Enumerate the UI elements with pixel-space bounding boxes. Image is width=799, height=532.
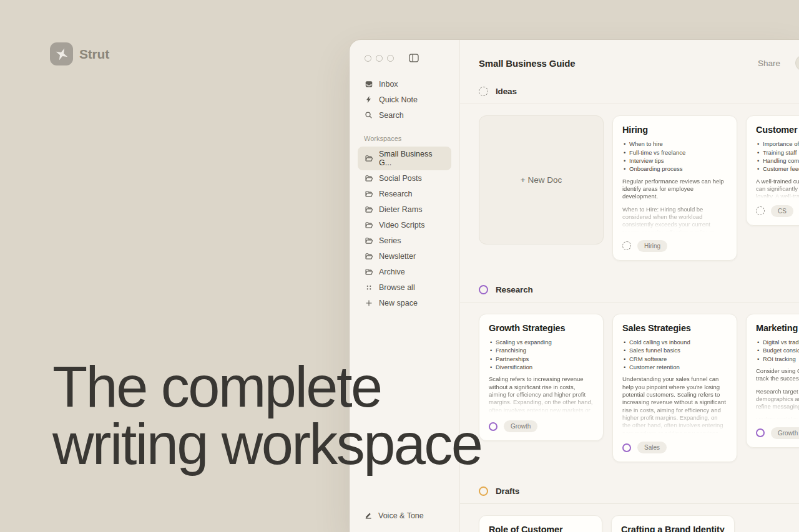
sidebar-item-voice-tone[interactable]: Voice & Tone xyxy=(358,508,451,523)
workspace-item-dieter-rams[interactable]: Dieter Rams xyxy=(358,201,451,217)
sidebar-item-label: Search xyxy=(379,111,404,120)
card-bullet: Customer retention xyxy=(622,363,727,371)
card-paragraph: Consider using Google Analytics to track… xyxy=(756,367,799,383)
main-area: Small Business Guide Share Ideas+ New Do… xyxy=(460,40,799,532)
dashed-circle-icon xyxy=(622,241,631,250)
card-title: Crafting a Brand Identity xyxy=(621,524,725,532)
folder-icon xyxy=(364,154,373,163)
folder-icon xyxy=(364,173,373,183)
tag-pill[interactable]: Growth xyxy=(771,427,799,439)
new-doc-button[interactable]: + New Doc xyxy=(479,115,604,244)
card-paragraph: Regular performance reviews can help ide… xyxy=(622,178,727,201)
sidebar-item-label: Quick Note xyxy=(379,95,418,104)
card-bullet: Importance of CS xyxy=(756,140,799,148)
circle-icon xyxy=(479,285,488,294)
tag-pill[interactable]: CS xyxy=(771,205,793,217)
brand-lockup: Strut xyxy=(50,42,109,65)
workspace-item-label: Video Scripts xyxy=(379,221,424,230)
search-icon xyxy=(364,110,373,120)
window-control-zoom[interactable] xyxy=(387,55,394,62)
section-drafts: DraftsRole of Customer Service in Custom… xyxy=(460,481,799,532)
section-header-research[interactable]: Research xyxy=(460,279,799,302)
card-title: Role of Customer Service in Customer Ret… xyxy=(489,524,592,532)
workspace-item-label: Research xyxy=(379,190,413,198)
sidebar-action-new-space[interactable]: New space xyxy=(358,295,451,311)
sidebar-item-quick-note[interactable]: Quick Note xyxy=(358,92,451,107)
sidebar-action-browse-all[interactable]: Browse all xyxy=(358,279,451,295)
inbox-icon xyxy=(364,79,373,89)
card-bullet: Interview tips xyxy=(622,157,727,165)
folder-icon xyxy=(364,236,373,245)
card-bullet-list: Importance of CSTraining staffHandling c… xyxy=(756,140,799,173)
section-ideas: Ideas+ New DocHiringWhen to hireFull-tim… xyxy=(460,81,799,279)
card-bullet: Sales funnel basics xyxy=(622,346,727,354)
workspace-item-social-posts[interactable]: Social Posts xyxy=(358,170,451,186)
card-bullet: Scaling vs expanding xyxy=(489,338,594,346)
hero-line-2: writing workspace xyxy=(52,415,481,473)
sections: Ideas+ New DocHiringWhen to hireFull-tim… xyxy=(460,81,799,532)
workspace-item-research[interactable]: Research xyxy=(358,186,451,201)
card-bullet: Diversification xyxy=(489,363,594,371)
card-title: Customer Service xyxy=(756,124,799,135)
doc-card[interactable]: HiringWhen to hireFull-time vs freelance… xyxy=(612,115,737,261)
doc-card[interactable]: Crafting a Brand IdentityYour brand is t… xyxy=(611,515,735,532)
workspace-item-newsletter[interactable]: Newsletter xyxy=(358,248,451,264)
card-bullet: Onboarding process xyxy=(622,165,727,173)
workspace-item-label: Newsletter xyxy=(379,252,416,261)
card-bullet: Franchising xyxy=(489,346,594,354)
card-title: Growth Strategies xyxy=(489,322,594,334)
card-body-text: Understanding your sales funnel can help… xyxy=(622,375,727,435)
share-button[interactable]: Share xyxy=(758,59,780,68)
window-control-close[interactable] xyxy=(365,55,371,62)
sidebar-item-inbox[interactable]: Inbox xyxy=(358,76,451,92)
doc-card[interactable]: MarketingDigital vs traditionalBudget co… xyxy=(746,314,799,448)
section-name: Research xyxy=(496,285,533,294)
card-title: Marketing xyxy=(756,322,799,334)
page-title: Small Business Guide xyxy=(479,58,576,69)
sidebar-item-search[interactable]: Search xyxy=(358,107,451,123)
doc-card[interactable]: Role of Customer Service in Customer Ret… xyxy=(479,515,602,532)
sidebar-footer-label: Voice & Tone xyxy=(378,511,424,520)
folder-icon xyxy=(364,189,373,198)
card-bullet-list: Scaling vs expandingFranchisingPartnersh… xyxy=(489,338,594,372)
cards-row-drafts: Role of Customer Service in Customer Ret… xyxy=(460,504,799,532)
new-doc-label: + New Doc xyxy=(521,175,562,185)
card-tag-row: Growth xyxy=(756,421,799,439)
sidebar-item-label: Inbox xyxy=(379,80,398,89)
card-bullet: CRM software xyxy=(622,355,727,363)
section-header-drafts[interactable]: Drafts xyxy=(460,481,799,504)
tag-pill[interactable]: Hiring xyxy=(637,240,667,252)
workspace-item-small-business-g-[interactable]: Small Business G... xyxy=(358,147,451,170)
card-bullet: Customer feedback xyxy=(756,165,799,173)
folder-icon xyxy=(364,251,373,261)
lightning-icon xyxy=(364,95,373,104)
doc-card[interactable]: Sales StrategiesCold calling vs inboundS… xyxy=(612,314,737,463)
card-bullet: ROI tracking xyxy=(756,355,799,363)
sidebar-toggle-icon[interactable] xyxy=(409,54,419,62)
doc-card[interactable]: Customer ServiceImportance of CSTraining… xyxy=(746,115,799,226)
pencil-icon xyxy=(364,511,373,520)
sidebar-action-label: Browse all xyxy=(379,283,415,292)
workspace-item-series[interactable]: Series xyxy=(358,233,451,248)
tag-pill[interactable]: Growth xyxy=(504,420,537,432)
window-control-minimize[interactable] xyxy=(376,55,383,62)
hero-heading: The complete writing workspace xyxy=(52,358,481,473)
card-tag-row: CS xyxy=(756,199,799,217)
dashed-circle-icon xyxy=(479,87,488,96)
doc-card[interactable]: Growth StrategiesScaling vs expandingFra… xyxy=(479,314,604,442)
tag-pill[interactable]: Sales xyxy=(637,442,667,453)
workspace-item-video-scripts[interactable]: Video Scripts xyxy=(358,217,451,233)
card-paragraph: Update social media content calendar for… xyxy=(756,416,799,421)
avatar[interactable] xyxy=(795,55,799,71)
strut-logo-icon xyxy=(50,42,73,65)
card-body-text: Scaling refers to increasing revenue wit… xyxy=(489,375,594,414)
workspace-item-label: Series xyxy=(379,236,401,245)
workspaces-list: Small Business G...Social PostsResearchD… xyxy=(358,147,451,279)
card-paragraph: Research target audience demographics an… xyxy=(756,388,799,411)
section-header-ideas[interactable]: Ideas xyxy=(460,81,799,104)
workspace-item-label: Social Posts xyxy=(379,174,422,183)
grid-dots-icon xyxy=(364,283,373,292)
card-title: Sales Strategies xyxy=(622,322,727,334)
workspace-item-label: Archive xyxy=(379,268,405,276)
workspace-item-archive[interactable]: Archive xyxy=(358,264,451,279)
